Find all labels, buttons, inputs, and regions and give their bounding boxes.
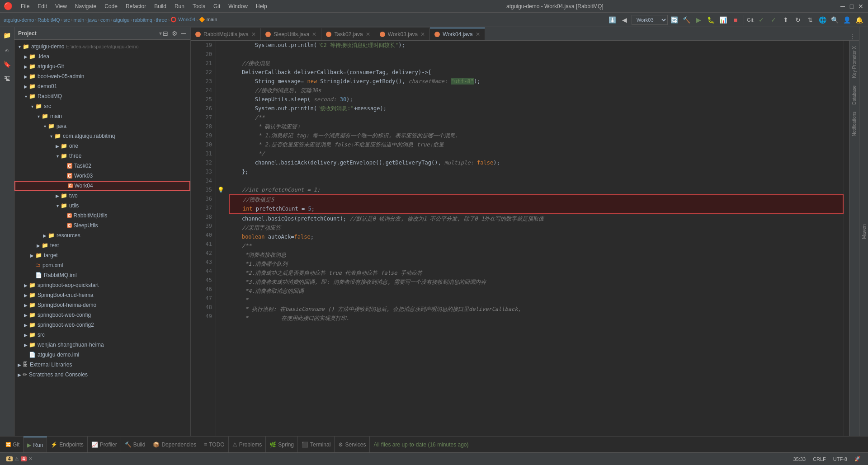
sidebar-close[interactable]: ─ [180, 29, 187, 38]
bottom-tab-spring[interactable]: 🌿 Spring [266, 437, 298, 453]
tree-work04[interactable]: C Work04 [14, 181, 190, 191]
search-button[interactable]: 🔍 [829, 14, 840, 25]
bottom-tab-git[interactable]: 🔀 Git [2, 437, 24, 453]
menu-view[interactable]: View [52, 2, 71, 10]
tab-close-task02[interactable]: ✕ [366, 31, 370, 38]
status-flag[interactable]: 🚀 [851, 453, 864, 465]
activity-commit[interactable]: ✍ [1, 43, 14, 56]
tab-close-sleeputils[interactable]: ✕ [312, 31, 316, 38]
tab-close-work04[interactable]: ✕ [476, 31, 480, 38]
tab-sleeputils[interactable]: SleepUtils.java ✕ [261, 28, 321, 40]
tree-com-atguigu[interactable]: ▾ 📁 com.atguigu.rabbitmq [14, 131, 190, 141]
menu-file[interactable]: File [17, 2, 33, 10]
run-button[interactable]: ▶ [693, 14, 704, 25]
menu-run[interactable]: Run [171, 2, 188, 10]
tab-rabbitmqutils[interactable]: RabbitMqUtils.java ✕ [191, 28, 261, 40]
breadcrumb-rabbitmq[interactable]: RabbitMQ [38, 17, 60, 23]
gutter-35[interactable]: 💡 [216, 185, 225, 194]
tree-wenjian[interactable]: ▶ 📁 wenjian-shangchuan-heima [14, 340, 190, 350]
tree-utils[interactable]: ▾ 📁 utils [14, 201, 190, 211]
tabs-settings-btn[interactable]: ⋮ [845, 33, 859, 40]
menu-git[interactable]: Git [210, 2, 224, 10]
breadcrumb-atguigu-demo[interactable]: atguigu-demo [4, 17, 34, 23]
stop-button[interactable]: ■ [730, 14, 741, 25]
bottom-tab-build[interactable]: 🔨 Build [121, 437, 150, 453]
tree-demo01[interactable]: ▶ 📁 demo01 [14, 81, 190, 91]
git-fetch-button[interactable]: ↻ [793, 14, 803, 25]
status-line-ending[interactable]: CRLF [809, 453, 830, 465]
tree-boot-web[interactable]: ▶ 📁 boot-web-05-admin [14, 71, 190, 81]
tab-close-rabbitmqutils[interactable]: ✕ [251, 31, 256, 38]
menu-window[interactable]: Window [225, 2, 251, 10]
minimize-button[interactable]: ─ [839, 3, 846, 10]
tree-springboot-web2[interactable]: ▶ 📁 springboot-web-config2 [14, 320, 190, 330]
tree-src2[interactable]: ▶ 📁 src [14, 330, 190, 340]
tree-pomxml[interactable]: 🗂 pom.xml [14, 260, 190, 270]
bottom-tab-dependencies[interactable]: 📦 Dependencies [149, 437, 200, 453]
menu-edit[interactable]: Edit [34, 2, 51, 10]
profile-button[interactable]: 👤 [841, 14, 852, 25]
bottom-tab-todo[interactable]: ≡ TODO [200, 437, 228, 453]
git-commit-button[interactable]: ✓ [768, 14, 779, 25]
sidebar-collapse-all[interactable]: ⊟ [162, 29, 169, 38]
tree-springboot-crud[interactable]: ▶ 📁 SpringBoot-crud-heima [14, 290, 190, 300]
breadcrumb-com[interactable]: com [100, 17, 110, 23]
tree-work03[interactable]: C Work03 [14, 171, 190, 181]
tree-resources[interactable]: ▶ 📁 resources [14, 230, 190, 240]
breadcrumb-three[interactable]: three [156, 17, 167, 23]
activity-structure[interactable]: 🏗 [1, 72, 14, 85]
notifications-button[interactable]: 🔔 [854, 14, 864, 25]
breadcrumb-src[interactable]: src [63, 17, 70, 23]
menu-build[interactable]: Build [151, 2, 170, 10]
tab-task02[interactable]: Task02.java ✕ [321, 28, 375, 40]
tree-scratches[interactable]: ▶ ✏ Scratches and Consoles [14, 370, 190, 380]
bottom-tab-endpoints[interactable]: ⚡ Endpoints [47, 437, 87, 453]
back-button[interactable]: ◀ [619, 14, 630, 25]
tree-sleeputils[interactable]: C SleepUtils [14, 221, 190, 230]
build-button[interactable]: 🔨 [681, 14, 692, 25]
bottom-tab-profiler[interactable]: 📈 Profiler [88, 437, 121, 453]
tree-springboot-web[interactable]: ▶ 📁 springboot-web-config [14, 310, 190, 320]
tree-springboot-aop[interactable]: ▶ 📁 springboot-aop-quickstart [14, 280, 190, 290]
tree-rabbitmq-iml[interactable]: 📄 RabbitMQ.iml [14, 270, 190, 280]
breadcrumb-rabbitmq2[interactable]: rabbitmq [133, 17, 152, 23]
vcs-update-button[interactable]: ⬇️ [607, 14, 618, 25]
status-encoding[interactable]: UTF-8 [830, 453, 851, 465]
activity-project[interactable]: 📁 [1, 29, 14, 42]
activity-bookmarks[interactable]: 🔖 [1, 58, 14, 70]
bottom-tab-problems[interactable]: ⚠ Problems [229, 437, 266, 453]
tab-work03[interactable]: Work03.java ✕ [375, 28, 430, 40]
bulb-icon[interactable]: 💡 [217, 187, 224, 193]
tree-task02[interactable]: C Task02 [14, 161, 190, 171]
menu-refactor[interactable]: Refactor [122, 2, 150, 10]
tree-one[interactable]: ▶ 📁 one [14, 141, 190, 151]
tree-java[interactable]: ▾ 📁 java [14, 121, 190, 131]
tree-test[interactable]: ▶ 📁 test [14, 240, 190, 250]
translate-button[interactable]: 🌐 [817, 14, 828, 25]
tree-three[interactable]: ▾ 📁 three [14, 151, 190, 161]
bottom-tab-run[interactable]: ▶ Run [24, 437, 47, 453]
menu-code[interactable]: Code [101, 2, 121, 10]
menu-tools[interactable]: Tools [189, 2, 209, 10]
tree-idea[interactable]: ▶ 📁 .idea [14, 52, 190, 61]
close-button[interactable]: ✕ [857, 3, 864, 10]
right-panel-database[interactable]: Database [852, 82, 857, 108]
bottom-tab-services[interactable]: ⚙ Services [335, 437, 370, 453]
tree-src[interactable]: ▾ 📁 src [14, 101, 190, 111]
refresh-button[interactable]: 🔄 [669, 14, 680, 25]
breadcrumb-main[interactable]: main [74, 17, 85, 23]
tree-target[interactable]: ▶ 📁 target [14, 250, 190, 260]
tab-close-work03[interactable]: ✕ [420, 31, 425, 38]
git-merge-button[interactable]: ⇅ [805, 14, 816, 25]
tree-two[interactable]: ▶ 📁 two [14, 191, 190, 201]
sidebar-settings[interactable]: ⚙ [171, 29, 179, 38]
run-with-coverage[interactable]: 📊 [718, 14, 729, 25]
tree-main[interactable]: ▾ 📁 main [14, 111, 190, 121]
tree-root[interactable]: ▾ 📁 atguigu-demo E:\idea-workspace\atgui… [14, 42, 190, 52]
maven-sidebar[interactable]: Maven [859, 27, 868, 436]
status-position[interactable]: 35:33 [790, 453, 810, 465]
scroll-map[interactable] [844, 41, 849, 436]
git-check-button[interactable]: ✓ [756, 14, 767, 25]
menu-help[interactable]: Help [252, 2, 271, 10]
breadcrumb-java[interactable]: java [88, 17, 97, 23]
